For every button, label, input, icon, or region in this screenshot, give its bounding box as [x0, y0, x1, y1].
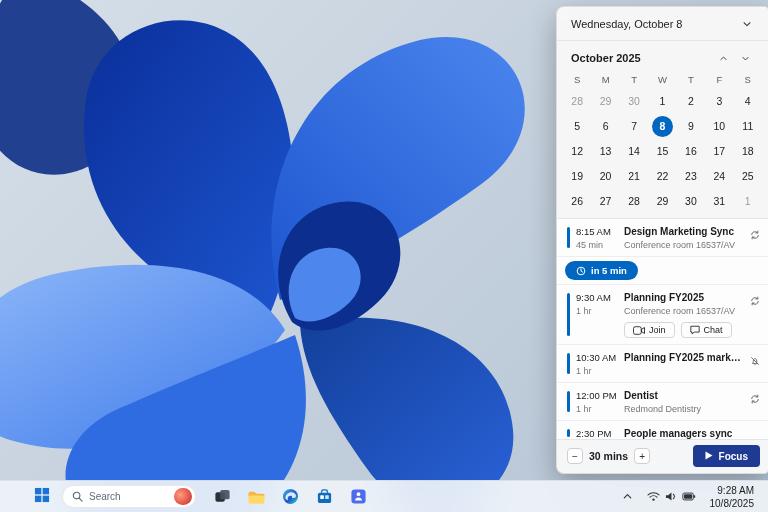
calendar-day-number: 15 [652, 141, 673, 162]
event-accent-bar [567, 227, 570, 248]
calendar-day[interactable]: 2 [677, 89, 705, 114]
event-row[interactable]: 8:15 AM45 minDesign Marketing SyncConfer… [557, 219, 768, 257]
event-title: People managers sync [624, 428, 760, 439]
calendar-day[interactable]: 26 [563, 189, 591, 214]
calendar-day[interactable]: 24 [705, 164, 733, 189]
store-button[interactable] [310, 484, 338, 510]
calendar-day-number: 12 [567, 141, 588, 162]
edge-icon [282, 488, 299, 505]
focus-decrease-button[interactable]: − [567, 448, 583, 464]
event-duration: 1 hr [576, 306, 624, 316]
calendar-day[interactable]: 7 [620, 114, 648, 139]
calendar-day-number: 6 [595, 116, 616, 137]
event-title: Dentist [624, 390, 746, 401]
calendar-day-number: 18 [737, 141, 758, 162]
calendar-month-label: October 2025 [571, 52, 712, 64]
calendar-day[interactable]: 22 [648, 164, 676, 189]
flyout-collapse-button[interactable] [736, 15, 758, 33]
join-button[interactable]: Join [624, 322, 675, 338]
volume-icon [665, 491, 677, 502]
calendar-day-number: 3 [709, 91, 730, 112]
calendar-day[interactable]: 16 [677, 139, 705, 164]
calendar-day[interactable]: 1 [734, 189, 762, 214]
calendar-day[interactable]: 11 [734, 114, 762, 139]
calendar-day[interactable]: 6 [591, 114, 619, 139]
calendar-day[interactable]: 31 [705, 189, 733, 214]
wifi-icon [647, 491, 660, 502]
calendar-day[interactable]: 9 [677, 114, 705, 139]
event-row[interactable]: 2:30 PMPeople managers sync [557, 421, 768, 439]
focus-start-button[interactable]: Focus [693, 445, 760, 467]
calendar-day-number: 4 [737, 91, 758, 112]
taskbar-clock[interactable]: 9:28 AM 10/8/2025 [704, 484, 763, 510]
calendar-day[interactable]: 4 [734, 89, 762, 114]
calendar-day[interactable]: 3 [705, 89, 733, 114]
focus-increase-button[interactable]: + [634, 448, 650, 464]
calendar-day[interactable]: 28 [563, 89, 591, 114]
calendar-day[interactable]: 5 [563, 114, 591, 139]
chat-button[interactable]: Chat [681, 322, 732, 338]
calendar-day[interactable]: 28 [620, 189, 648, 214]
event-accent-bar [567, 429, 570, 437]
calendar-day[interactable]: 30 [620, 89, 648, 114]
event-list: 8:15 AM45 minDesign Marketing SyncConfer… [557, 219, 768, 439]
event-row[interactable]: 10:30 AM1 hrPlanning FY2025 marketing [557, 345, 768, 383]
calendar-day-number: 7 [624, 116, 645, 137]
event-location: Conference room 16537/AV [624, 306, 746, 316]
calendar-next-month-button[interactable] [734, 49, 756, 67]
event-accent-bar [567, 293, 570, 336]
calendar-day[interactable]: 27 [591, 189, 619, 214]
taskbar-app-icons [208, 484, 372, 510]
calendar-day-number: 24 [709, 166, 730, 187]
calendar-day-number: 17 [709, 141, 730, 162]
calendar-prev-month-button[interactable] [712, 49, 734, 67]
calendar-day[interactable]: 29 [591, 89, 619, 114]
calendar-day[interactable]: 12 [563, 139, 591, 164]
calendar-day[interactable]: 20 [591, 164, 619, 189]
taskbar-search[interactable] [62, 485, 196, 508]
event-countdown-pill: in 5 min [565, 261, 638, 280]
calendar-day[interactable]: 14 [620, 139, 648, 164]
calendar-day[interactable]: 18 [734, 139, 762, 164]
calendar-day[interactable]: 23 [677, 164, 705, 189]
event-row[interactable]: 12:00 PM1 hrDentistRedmond Dentistry [557, 383, 768, 421]
search-input[interactable] [89, 491, 168, 502]
calendar-day[interactable]: 30 [677, 189, 705, 214]
calendar-day[interactable]: 25 [734, 164, 762, 189]
calendar-flyout: Wednesday, October 8 October 2025 [556, 6, 768, 474]
calendar-day-number: 19 [567, 166, 588, 187]
file-explorer-button[interactable] [242, 484, 270, 510]
tray-overflow-button[interactable] [617, 484, 639, 510]
edge-button[interactable] [276, 484, 304, 510]
calendar-day-selected[interactable]: 8 [648, 114, 676, 139]
calendar-day[interactable]: 15 [648, 139, 676, 164]
teams-button[interactable] [344, 484, 372, 510]
calendar-day[interactable]: 13 [591, 139, 619, 164]
calendar-day-number: 1 [652, 91, 673, 112]
event-accent-bar [567, 353, 570, 374]
calendar-day-number: 30 [624, 91, 645, 112]
repeat-icon [750, 296, 760, 306]
calendar-day[interactable]: 1 [648, 89, 676, 114]
calendar-day-number: 28 [567, 91, 588, 112]
calendar-day-header: S [563, 71, 591, 89]
calendar-day[interactable]: 10 [705, 114, 733, 139]
calendar-day-number: 27 [595, 191, 616, 212]
calendar-day[interactable]: 29 [648, 189, 676, 214]
tray-status-cluster[interactable] [641, 484, 702, 510]
calendar-day-number: 28 [624, 191, 645, 212]
chevron-up-icon [622, 491, 633, 502]
clock-icon [576, 266, 586, 276]
search-highlight-image[interactable] [174, 488, 192, 505]
event-location: Redmond Dentistry [624, 404, 746, 414]
task-view-button[interactable] [208, 484, 236, 510]
focus-duration-label: 30 mins [589, 450, 628, 462]
calendar-day[interactable]: 17 [705, 139, 733, 164]
bell-off-icon [750, 356, 760, 366]
start-button[interactable] [28, 484, 56, 510]
calendar-grid: SMTWTFS282930123456789101112131415161718… [563, 71, 762, 214]
event-row[interactable]: 9:30 AM1 hrPlanning FY2025Conference roo… [557, 285, 768, 345]
calendar-day[interactable]: 21 [620, 164, 648, 189]
action-button-label: Chat [704, 325, 723, 335]
calendar-day[interactable]: 19 [563, 164, 591, 189]
